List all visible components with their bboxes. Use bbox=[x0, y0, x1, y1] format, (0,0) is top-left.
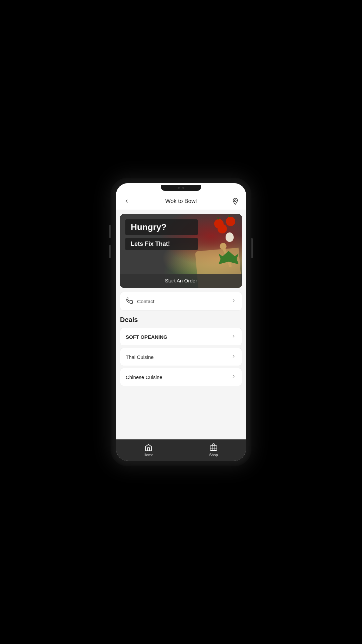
contact-left: Contact bbox=[126, 297, 155, 306]
deal-chevron-icon-2 bbox=[231, 354, 236, 360]
start-order-button[interactable]: Start An Order bbox=[120, 274, 242, 288]
hero-text-area: Hungry? Lets Fix That! bbox=[120, 214, 242, 250]
main-content: Hungry? Lets Fix That! Start An Order bbox=[116, 210, 246, 439]
hero-title: Hungry? bbox=[131, 222, 167, 232]
hero-banner: Hungry? Lets Fix That! Start An Order bbox=[120, 214, 242, 288]
volume-up-button bbox=[109, 225, 111, 238]
status-bar bbox=[116, 183, 246, 193]
shop-nav-label: Shop bbox=[209, 453, 218, 457]
svg-point-0 bbox=[234, 200, 236, 202]
phone-screen: Wok to Bowl bbox=[116, 183, 246, 461]
hero-title-background: Hungry? bbox=[125, 219, 198, 235]
page-title: Wok to Bowl bbox=[165, 198, 197, 205]
camera bbox=[182, 187, 184, 189]
hero-subtitle-background: Lets Fix That! bbox=[125, 238, 198, 250]
bottom-navigation: Home Shop bbox=[116, 439, 246, 461]
speaker bbox=[178, 187, 180, 189]
deal-soft-opening-label: SOFT OPEANING bbox=[126, 334, 167, 340]
nav-item-home[interactable]: Home bbox=[116, 443, 181, 457]
nav-item-shop[interactable]: Shop bbox=[181, 443, 246, 457]
deal-chevron-icon-3 bbox=[231, 374, 236, 380]
app-header: Wok to Bowl bbox=[116, 193, 246, 210]
home-nav-label: Home bbox=[143, 453, 153, 457]
notch bbox=[161, 185, 201, 191]
deal-item-thai-cuisine[interactable]: Thai Cuisine bbox=[120, 348, 242, 366]
shop-icon bbox=[209, 443, 218, 451]
deals-heading: Deals bbox=[116, 313, 246, 326]
phone-icon bbox=[126, 297, 133, 306]
volume-down-button bbox=[109, 245, 111, 258]
deal-item-soft-opening[interactable]: SOFT OPEANING bbox=[120, 328, 242, 346]
home-icon bbox=[144, 443, 153, 451]
deal-item-chinese-cuisine[interactable]: Chinese Cuisine bbox=[120, 368, 242, 386]
hero-subtitle: Lets Fix That! bbox=[131, 240, 170, 247]
start-order-label: Start An Order bbox=[165, 278, 197, 283]
deal-chevron-icon-1 bbox=[231, 333, 236, 340]
contact-row[interactable]: Contact bbox=[120, 292, 242, 311]
contact-chevron-icon bbox=[231, 298, 236, 305]
deal-chinese-cuisine-label: Chinese Cuisine bbox=[126, 374, 162, 380]
phone-device: Wok to Bowl bbox=[111, 178, 251, 466]
power-button bbox=[251, 238, 253, 258]
deal-thai-cuisine-label: Thai Cuisine bbox=[126, 354, 154, 360]
location-button[interactable] bbox=[230, 196, 241, 207]
back-button[interactable] bbox=[121, 196, 132, 207]
contact-label: Contact bbox=[137, 299, 155, 304]
